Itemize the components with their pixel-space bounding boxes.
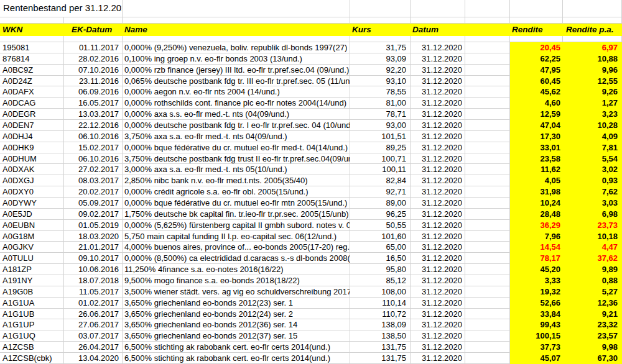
cell-rendite-pa[interactable]: 3,03 [563,198,622,209]
cell-kurs[interactable]: 92,71 [350,186,411,198]
cell-rendite-pa[interactable]: 4,47 [563,242,622,253]
cell-name[interactable]: 0,000% (9,250%) venezuela, boliv. republ… [123,42,350,53]
cell-name[interactable]: 0,000% bque fédérative du cr. mutuel eo-… [123,142,350,153]
cell-empty[interactable] [465,76,510,87]
cell-ek-datum[interactable]: 13.03.2017 [64,109,123,120]
cell-empty[interactable] [465,220,510,231]
cell-ek-datum[interactable]: 28.02.2016 [64,53,123,65]
cell-kurs[interactable]: 31,75 [350,42,411,53]
cell-rendite-pa[interactable]: 6,97 [563,42,622,53]
header-kurs[interactable]: Kurs [350,24,411,36]
empty-cell[interactable] [563,17,622,24]
cell-empty[interactable] [465,53,510,65]
cell-rendite-pa[interactable]: 67,30 [563,353,622,364]
cell-kurs[interactable]: 65,00 [350,242,411,253]
cell-wkn[interactable]: A1ZCSB(cbk) [0,353,64,364]
cell-datum[interactable]: 31.12.2020 [411,353,465,364]
cell-wkn[interactable]: A0DHUM [0,153,64,165]
header-name[interactable]: Name [123,24,350,36]
cell-name[interactable]: 0,100% ing groep n.v. eo-flr bonds 2003 … [123,53,350,65]
cell-kurs[interactable]: 110,14 [350,298,411,309]
cell-name[interactable]: 0,000% aegon n.v. eo-flr nts 2004 (14/un… [123,86,350,98]
cell-rendite-pa[interactable]: 5,54 [563,153,622,165]
cell-rendite-pa[interactable]: 23,57 [563,330,622,342]
cell-ek-datum[interactable]: 06.10.2016 [64,131,123,142]
cell-empty[interactable] [465,353,510,364]
cell-rendite[interactable]: 99,43 [510,319,563,330]
cell-wkn[interactable]: A0DXAK [0,164,64,175]
cell-datum[interactable]: 31.12.2020 [411,275,465,286]
cell-kurs[interactable]: 78,71 [350,109,411,120]
cell-wkn[interactable]: A181ZP [0,264,64,275]
cell-datum[interactable]: 31.12.2020 [411,186,465,198]
cell-empty[interactable] [465,242,510,253]
cell-ek-datum[interactable]: 06.10.2016 [64,153,123,165]
cell-kurs[interactable]: 100,11 [350,164,411,175]
cell-ek-datum[interactable]: 18.03.2020 [64,231,123,242]
cell-datum[interactable]: 31.12.2020 [411,253,465,264]
cell-rendite[interactable]: 23,58 [510,153,563,165]
cell-datum[interactable]: 31.12.2020 [411,309,465,320]
cell-rendite[interactable]: 31,98 [510,186,563,198]
cell-ek-datum[interactable]: 06.09.2016 [64,86,123,98]
empty-cell[interactable] [465,36,510,42]
cell-ek-datum[interactable]: 13.04.2020 [64,353,123,364]
cell-datum[interactable]: 31.12.2020 [411,286,465,298]
cell-rendite-pa[interactable]: 1,27 [563,98,622,109]
empty-cell[interactable] [411,17,465,24]
cell-empty[interactable] [465,198,510,209]
cell-kurs[interactable]: 82,84 [350,175,411,186]
header-ek-datum[interactable]: EK-Datum [64,24,123,36]
cell-datum[interactable]: 31.12.2020 [411,98,465,109]
cell-name[interactable]: 0,000% rothschilds cont. finance plc eo-… [123,98,350,109]
cell-rendite-pa[interactable]: 4,09 [563,131,622,142]
cell-empty[interactable] [465,298,510,309]
cell-rendite[interactable]: 52,66 [510,298,563,309]
cell-rendite-pa[interactable]: 10,18 [563,231,622,242]
cell-empty[interactable] [465,42,510,53]
cell-datum[interactable]: 31.12.2020 [411,264,465,275]
cell-empty[interactable] [465,65,510,76]
cell-rendite-pa[interactable]: 12,36 [563,298,622,309]
cell-wkn[interactable]: A0DHK9 [0,142,64,153]
cell-ek-datum[interactable]: 09.10.2017 [64,253,123,264]
cell-name[interactable]: 0,000% axa s.s. eo-flr med.-t. nts (04(0… [123,109,350,120]
empty-cell[interactable] [465,17,510,24]
header-wkn[interactable]: WKN [0,24,64,36]
cell-empty[interactable] [465,264,510,275]
cell-empty[interactable] [465,153,510,165]
empty-cell[interactable] [350,0,411,17]
cell-rendite-pa[interactable]: 23,73 [563,220,622,231]
cell-datum[interactable]: 31.12.2020 [411,76,465,87]
cell-ek-datum[interactable]: 05.09.2017 [64,198,123,209]
cell-name[interactable]: 0,000% crédit agricole s.a. eo-flr obl. … [123,186,350,198]
cell-wkn[interactable]: A1G1UB [0,309,64,320]
empty-cell[interactable] [510,36,563,42]
cell-wkn[interactable]: A0BC9Z [0,65,64,76]
cell-ek-datum[interactable]: 23.11.2016 [64,76,123,87]
cell-rendite-pa[interactable]: 9,21 [563,309,622,320]
empty-cell[interactable] [123,17,350,24]
cell-ek-datum[interactable]: 09.02.2017 [64,209,123,220]
cell-rendite[interactable]: 78,17 [510,253,563,264]
cell-kurs[interactable]: 108,00 [350,286,411,298]
cell-rendite-pa[interactable]: 7,62 [563,186,622,198]
cell-rendite-pa[interactable]: 10,28 [563,120,622,131]
cell-rendite-pa[interactable]: 23,32 [563,319,622,330]
cell-name[interactable]: 6,500% stichting ak rabobank cert. eo-fl… [123,353,350,364]
cell-rendite[interactable]: 14,54 [510,242,563,253]
cell-rendite[interactable]: 10,24 [510,198,563,209]
cell-datum[interactable]: 31.12.2020 [411,142,465,153]
cell-ek-datum[interactable]: 21.01.2017 [64,242,123,253]
cell-wkn[interactable]: A1G1UP [0,319,64,330]
cell-datum[interactable]: 31.12.2020 [411,53,465,65]
cell-datum[interactable]: 31.12.2020 [411,319,465,330]
cell-name[interactable]: 2,850% nibc bank n.v. eo-flr med.t.nts. … [123,175,350,186]
cell-rendite-pa[interactable]: 9,98 [563,342,622,353]
cell-rendite-pa[interactable]: 10,88 [563,53,622,65]
empty-cell[interactable] [411,36,465,42]
cell-rendite-pa[interactable]: 12,55 [563,76,622,87]
cell-rendite[interactable]: 20,45 [510,42,563,53]
cell-name[interactable]: 0,065% deutsche postbank fdg tr. III eo-… [123,76,350,87]
cell-wkn[interactable]: A0DXY0 [0,186,64,198]
